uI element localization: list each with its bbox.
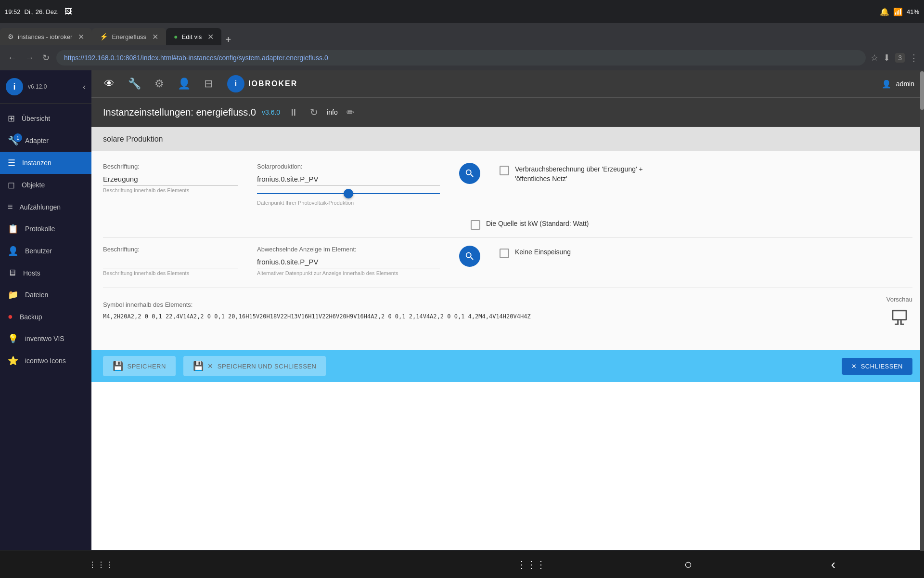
settings-button[interactable]: ⚙ (152, 77, 167, 91)
tab-energiefluss-close[interactable]: ✕ (152, 32, 158, 41)
form-row-2: Beschriftung: Beschriftung innerhalb des… (103, 246, 912, 276)
solarproduktion-search-button[interactable] (459, 163, 480, 184)
tab-editvis-close[interactable]: ✕ (207, 32, 214, 41)
save-button[interactable]: 💾 SPEICHERN (103, 356, 176, 376)
sidebar-item-icontwo[interactable]: ⭐ icontwo Icons (0, 350, 91, 372)
benutzer-icon: 👤 (8, 246, 18, 256)
android-recents-button[interactable]: ⋮⋮⋮ (507, 555, 555, 574)
sidebar-item-backup[interactable]: ● Backup (0, 306, 91, 328)
solarproduktion-label: Solarproduktion: (257, 163, 440, 170)
form-row-1: Beschriftung: Beschriftung innerhalb des… (103, 163, 912, 206)
slider-thumb[interactable] (344, 189, 353, 198)
nav-forward-button[interactable]: → (23, 51, 36, 65)
version-badge: v3.6.0 (262, 108, 280, 116)
symbol-input[interactable] (103, 311, 858, 322)
new-tab-button[interactable]: + (221, 34, 235, 45)
sidebar-item-inventwo[interactable]: 💡 inventwo VIS (0, 328, 91, 350)
android-menu-button[interactable]: ⋮⋮⋮ (79, 556, 124, 573)
save-close-x-icon: ✕ (207, 362, 214, 370)
close-button[interactable]: ✕ SCHLIESSEN (842, 358, 912, 375)
tab-energiefluss-label: Energiefluss (112, 33, 146, 40)
settings-content: solare Produktion Beschriftung: Beschrif… (91, 127, 924, 550)
tab-energiefluss-icon: ⚡ (100, 33, 108, 40)
keine-einspeisung-label: Keine Einspeisung (515, 248, 571, 257)
edit-button[interactable]: ✏ (344, 105, 358, 119)
sidebar-item-protokolle[interactable]: 📋 Protokolle (0, 218, 91, 240)
pause-button[interactable]: ⏸ (286, 106, 301, 119)
sidebar-item-dateien[interactable]: 📁 Dateien (0, 284, 91, 306)
battery-label: 41% (907, 8, 919, 15)
save-close-button[interactable]: 💾 ✕ SPEICHERN UND SCHLIESSEN (183, 356, 326, 376)
close-icon: ✕ (851, 363, 857, 370)
download-icon[interactable]: ⬇ (883, 53, 890, 63)
quelle-checkbox[interactable] (471, 220, 480, 230)
alternating-input[interactable] (257, 256, 440, 268)
solarproduktion-hint: Datenpunkt Ihrer Photovoltaik-Produktion (257, 200, 440, 206)
wifi-icon: 📶 (893, 7, 903, 16)
tab-editvis[interactable]: ● Edit vis ✕ (166, 28, 221, 45)
sidebar-collapse-button[interactable]: ‹ (83, 82, 86, 92)
user-name: admin (896, 80, 914, 88)
address-bar: ← → ↻ ☆ ⬇ 3 ⋮ (0, 45, 924, 70)
sidebar-item-objekte[interactable]: ◻ Objekte (0, 174, 91, 196)
nav-back-button[interactable]: ← (6, 51, 18, 65)
brand-name: IOBROKER (248, 79, 297, 88)
person-button[interactable]: 👤 (175, 77, 193, 91)
beschriftung2-input[interactable] (103, 256, 238, 268)
tab-instances-close[interactable]: ✕ (78, 32, 84, 41)
bookmark-icon[interactable]: ☆ (871, 53, 878, 63)
beschriftung-label: Beschriftung: (103, 163, 238, 170)
tab-instances[interactable]: ⚙ instances - iobroker ✕ (0, 28, 92, 45)
sidebar-item-aufzaehlungen[interactable]: ≡ Aufzählungen (0, 196, 91, 218)
settings-body: Beschriftung: Beschriftung innerhalb des… (91, 151, 924, 350)
refresh-button[interactable]: ↻ (307, 105, 321, 119)
tab-energiefluss[interactable]: ⚡ Energiefluss ✕ (92, 28, 166, 45)
alternating-search-button[interactable] (459, 246, 480, 267)
beschriftung-input[interactable] (103, 173, 238, 185)
instance-title: Instanzeinstellungen: energiefluss.0 (103, 107, 256, 118)
address-input[interactable] (56, 50, 866, 66)
aufzaehlungen-icon: ≡ (8, 202, 13, 212)
divider-1 (103, 237, 912, 238)
info-button[interactable]: info (327, 108, 338, 116)
scrollbar-thumb[interactable] (920, 71, 924, 110)
nav-reload-button[interactable]: ↻ (40, 51, 51, 65)
verbrauch-checkbox[interactable] (500, 166, 509, 175)
crop-button[interactable]: ⊟ (201, 77, 216, 91)
keine-einspeisung-checkbox[interactable] (500, 249, 509, 258)
inventwo-icon: 💡 (8, 333, 18, 344)
sidebar-item-inventwo-label: inventwo VIS (25, 335, 64, 342)
wrench-button[interactable]: 🔧 (125, 77, 144, 91)
beschriftung2-label: Beschriftung: (103, 246, 238, 253)
extension-icon[interactable]: 3 (895, 53, 905, 63)
sidebar-item-benutzer[interactable]: 👤 Benutzer (0, 240, 91, 262)
date: Di., 26. Dez. (25, 8, 59, 15)
sidebar-item-uebersicht[interactable]: ⊞ Übersicht (0, 107, 91, 130)
android-back-button[interactable]: ‹ (821, 553, 845, 576)
vorschau-label: Vorschau (886, 296, 912, 303)
beschriftung2-group: Beschriftung: Beschriftung innerhalb des… (103, 246, 238, 276)
sidebar-item-adapter[interactable]: 🔧 Adapter 1 (0, 130, 91, 152)
view-button[interactable]: 👁 (101, 77, 117, 91)
user-avatar-icon: 👤 (882, 79, 891, 89)
icontwo-icon: ⭐ (8, 355, 18, 366)
sidebar-item-hosts[interactable]: 🖥 Hosts (0, 262, 91, 284)
android-home-button[interactable]: ○ (675, 553, 702, 576)
solarproduktion-input[interactable] (257, 173, 440, 185)
system-icons: 🔔 📶 41% (880, 7, 919, 16)
scrollbar-track (920, 71, 924, 551)
sidebar-logo: i (6, 78, 23, 95)
save-close-icon: 💾 (193, 361, 204, 371)
content-area: 👁 🔧 ⚙ 👤 ⊟ i IOBROKER 👤 admin Instanzeins… (91, 70, 924, 550)
instance-header: Instanzeinstellungen: energiefluss.0 v3.… (91, 98, 924, 127)
sidebar-item-icontwo-label: icontwo Icons (25, 357, 66, 365)
alternating-group: Abwechselnde Anzeige im Element: Alterna… (257, 246, 440, 276)
top-toolbar: 👁 🔧 ⚙ 👤 ⊟ i IOBROKER 👤 admin (91, 70, 924, 98)
quelle-label: Die Quelle ist kW (Standard: Watt) (486, 219, 589, 229)
sidebar-item-instanzen[interactable]: ☰ Instanzen (0, 152, 91, 174)
beschriftung-hint: Beschriftung innerhalb des Elements (103, 187, 238, 193)
menu-icon[interactable]: ⋮ (910, 53, 918, 63)
tab-editvis-icon: ● (174, 33, 178, 40)
alternating-label: Abwechselnde Anzeige im Element: (257, 246, 440, 253)
protokolle-icon: 📋 (8, 223, 18, 234)
